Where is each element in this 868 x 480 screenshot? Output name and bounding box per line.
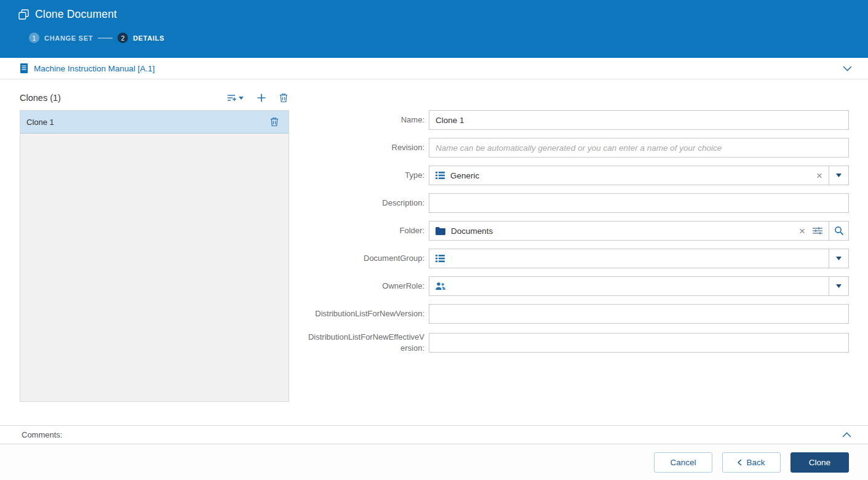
type-label: Type: — [308, 170, 424, 181]
step-2-label: DETAILS — [133, 34, 164, 42]
back-button[interactable]: Back — [722, 452, 781, 473]
folder-clear-icon[interactable]: × — [799, 226, 805, 236]
owner-role-combobox[interactable] — [429, 276, 829, 296]
wizard-step-change-set[interactable]: 1 CHANGE SET — [29, 33, 93, 43]
field-row-description: Description: — [308, 193, 849, 213]
search-icon — [834, 226, 844, 236]
header: Clone Document 1 CHANGE SET 2 DETAILS — [0, 0, 868, 58]
document-icon — [20, 63, 28, 73]
field-row-folder: Folder: Documents × — [308, 221, 849, 241]
filter-lines-icon — [228, 94, 237, 102]
type-dropdown-button[interactable] — [829, 166, 849, 185]
chevron-left-icon — [738, 459, 742, 466]
step-connector — [98, 38, 113, 39]
wizard-step-details[interactable]: 2 DETAILS — [117, 33, 164, 43]
comments-label: Comments: — [22, 430, 62, 439]
clone-button[interactable]: Clone — [790, 452, 849, 473]
document-bar: Machine Instruction Manual [A.1] — [0, 58, 868, 79]
clones-toolbar — [226, 92, 289, 104]
clone-item-label: Clone 1 — [26, 118, 54, 127]
field-row-name: Name: — [308, 110, 849, 130]
trash-icon — [279, 93, 288, 103]
caret-down-icon — [239, 97, 244, 100]
distribution-list-new-effective-version-input[interactable] — [429, 333, 849, 353]
type-value: Generic — [450, 171, 479, 180]
delete-clone-row-button[interactable] — [269, 116, 280, 128]
trash-icon — [270, 117, 279, 127]
back-button-label: Back — [746, 458, 765, 467]
field-row-owner-role: OwnerRole: — [308, 276, 849, 296]
list-icon — [436, 254, 445, 263]
revision-label: Revision: — [308, 142, 424, 153]
distribution-list-new-version-input[interactable] — [429, 304, 849, 324]
document-group-combobox[interactable] — [429, 249, 829, 268]
field-row-type: Type: Generic × — [308, 166, 849, 185]
delete-clone-button[interactable] — [278, 92, 289, 104]
name-label: Name: — [308, 114, 424, 126]
caret-down-icon — [836, 284, 842, 288]
dialog-title: Clone Document — [35, 8, 117, 21]
distribution-list-new-effective-version-label: DistributionListForNewEffectiveVersion: — [308, 332, 424, 353]
owner-role-label: OwnerRole: — [308, 281, 424, 292]
folder-label: Folder: — [308, 225, 424, 236]
caret-down-icon — [836, 174, 842, 177]
list-icon — [436, 171, 445, 180]
field-row-document-group: DocumentGroup: — [308, 249, 849, 268]
document-group-dropdown-button[interactable] — [829, 249, 849, 268]
field-row-distribution-list-new-effective-version: DistributionListForNewEffectiveVersion: — [308, 332, 849, 353]
clones-panel-title: Clones (1) — [20, 93, 61, 103]
step-1-indicator: 1 — [29, 33, 39, 43]
filter-menu-button[interactable] — [226, 93, 245, 103]
clone-details-form: Name: Revision: Type: — [308, 110, 849, 361]
distribution-list-new-version-label: DistributionListForNewVersion: — [308, 308, 424, 319]
add-clone-button[interactable] — [255, 92, 268, 104]
folder-filter-sliders-icon[interactable] — [813, 226, 822, 235]
name-input[interactable] — [429, 110, 849, 130]
collapse-document-chevron-down-icon[interactable] — [840, 63, 854, 74]
wizard-steps: 1 CHANGE SET 2 DETAILS — [29, 33, 868, 43]
main-content: Clones (1) — [0, 79, 868, 425]
clone-document-icon — [18, 9, 29, 20]
clones-panel: Clones (1) — [20, 90, 289, 402]
collapse-comments-chevron-up-icon[interactable] — [840, 430, 853, 439]
description-label: Description: — [308, 198, 424, 209]
people-icon — [436, 282, 445, 290]
clones-list: Clone 1 — [20, 110, 289, 402]
type-combobox[interactable]: Generic × — [429, 166, 829, 185]
plus-icon — [257, 93, 266, 103]
clone-list-item[interactable]: Clone 1 — [20, 111, 289, 134]
folder-value: Documents — [451, 226, 493, 236]
clone-button-label: Clone — [809, 458, 830, 467]
comments-section-header[interactable]: Comments: — [0, 425, 868, 444]
title-row: Clone Document — [18, 8, 868, 21]
owner-role-dropdown-button[interactable] — [829, 276, 849, 296]
footer-actions: Cancel Back Clone — [0, 444, 868, 480]
field-row-distribution-list-new-version: DistributionListForNewVersion: — [308, 304, 849, 324]
folder-icon — [436, 227, 445, 235]
folder-lookup-field[interactable]: Documents × — [429, 221, 829, 241]
description-input[interactable] — [429, 193, 849, 213]
caret-down-icon — [836, 257, 842, 260]
step-2-indicator: 2 — [117, 33, 128, 43]
field-row-revision: Revision: — [308, 138, 849, 158]
document-title: Machine Instruction Manual [A.1] — [34, 64, 155, 73]
type-clear-icon[interactable]: × — [816, 170, 822, 181]
folder-search-button[interactable] — [829, 221, 849, 241]
clones-panel-header: Clones (1) — [20, 90, 289, 106]
step-1-label: CHANGE SET — [44, 34, 93, 42]
cancel-button-label: Cancel — [670, 458, 696, 467]
revision-input[interactable] — [429, 138, 849, 158]
cancel-button[interactable]: Cancel — [654, 452, 712, 473]
document-group-label: DocumentGroup: — [308, 253, 424, 264]
